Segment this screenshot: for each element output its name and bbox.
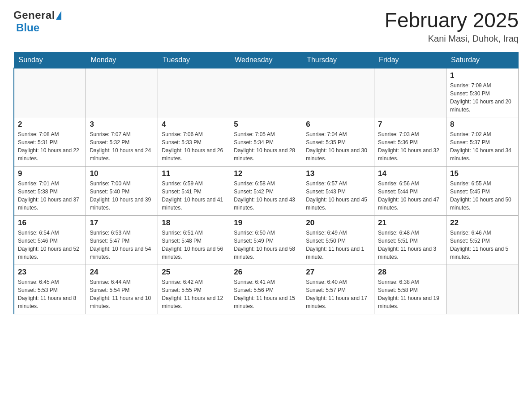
calendar-cell: 27Sunrise: 6:40 AM Sunset: 5:57 PM Dayli… bbox=[302, 265, 374, 314]
day-number: 15 bbox=[450, 169, 515, 178]
calendar-cell: 28Sunrise: 6:38 AM Sunset: 5:58 PM Dayli… bbox=[374, 265, 446, 314]
day-info: Sunrise: 6:50 AM Sunset: 5:49 PM Dayligh… bbox=[234, 229, 298, 261]
calendar-cell: 11Sunrise: 6:59 AM Sunset: 5:41 PM Dayli… bbox=[158, 167, 230, 216]
day-info: Sunrise: 6:40 AM Sunset: 5:57 PM Dayligh… bbox=[306, 278, 370, 310]
day-number: 8 bbox=[450, 120, 515, 129]
calendar-cell: 5Sunrise: 7:05 AM Sunset: 5:34 PM Daylig… bbox=[230, 117, 302, 167]
day-number: 5 bbox=[234, 120, 298, 129]
day-info: Sunrise: 7:05 AM Sunset: 5:34 PM Dayligh… bbox=[234, 130, 298, 163]
day-number: 16 bbox=[18, 218, 82, 227]
day-number: 1 bbox=[450, 71, 515, 80]
calendar-week-1: 1Sunrise: 7:09 AM Sunset: 5:30 PM Daylig… bbox=[14, 68, 519, 117]
day-info: Sunrise: 6:41 AM Sunset: 5:56 PM Dayligh… bbox=[234, 278, 298, 310]
day-number: 7 bbox=[378, 120, 442, 129]
day-number: 28 bbox=[378, 268, 442, 277]
day-info: Sunrise: 6:45 AM Sunset: 5:53 PM Dayligh… bbox=[18, 278, 82, 310]
calendar-cell: 23Sunrise: 6:45 AM Sunset: 5:53 PM Dayli… bbox=[14, 265, 86, 314]
weekday-header-wednesday: Wednesday bbox=[230, 52, 302, 68]
calendar-cell: 4Sunrise: 7:06 AM Sunset: 5:33 PM Daylig… bbox=[158, 117, 230, 167]
calendar-cell: 25Sunrise: 6:42 AM Sunset: 5:55 PM Dayli… bbox=[158, 265, 230, 314]
calendar-cell bbox=[374, 68, 446, 117]
weekday-header-tuesday: Tuesday bbox=[158, 52, 230, 68]
day-info: Sunrise: 6:53 AM Sunset: 5:47 PM Dayligh… bbox=[90, 229, 154, 261]
calendar-week-4: 16Sunrise: 6:54 AM Sunset: 5:46 PM Dayli… bbox=[14, 216, 519, 265]
logo-general-text: General bbox=[13, 9, 55, 21]
day-number: 11 bbox=[162, 169, 226, 178]
day-info: Sunrise: 7:02 AM Sunset: 5:37 PM Dayligh… bbox=[450, 130, 515, 163]
day-info: Sunrise: 7:00 AM Sunset: 5:40 PM Dayligh… bbox=[90, 180, 154, 212]
day-info: Sunrise: 7:01 AM Sunset: 5:38 PM Dayligh… bbox=[18, 180, 82, 212]
day-number: 13 bbox=[306, 169, 370, 178]
day-info: Sunrise: 7:04 AM Sunset: 5:35 PM Dayligh… bbox=[306, 130, 370, 163]
calendar-cell: 1Sunrise: 7:09 AM Sunset: 5:30 PM Daylig… bbox=[446, 68, 519, 117]
calendar-cell: 21Sunrise: 6:48 AM Sunset: 5:51 PM Dayli… bbox=[374, 216, 446, 265]
calendar-cell: 12Sunrise: 6:58 AM Sunset: 5:42 PM Dayli… bbox=[230, 167, 302, 216]
day-number: 9 bbox=[18, 169, 82, 178]
day-info: Sunrise: 6:56 AM Sunset: 5:44 PM Dayligh… bbox=[378, 180, 442, 212]
calendar-cell: 8Sunrise: 7:02 AM Sunset: 5:37 PM Daylig… bbox=[446, 117, 519, 167]
day-number: 17 bbox=[90, 218, 154, 227]
calendar-week-5: 23Sunrise: 6:45 AM Sunset: 5:53 PM Dayli… bbox=[14, 265, 519, 314]
day-number: 27 bbox=[306, 268, 370, 277]
weekday-header-saturday: Saturday bbox=[446, 52, 519, 68]
calendar-cell: 14Sunrise: 6:56 AM Sunset: 5:44 PM Dayli… bbox=[374, 167, 446, 216]
calendar-table: SundayMondayTuesdayWednesdayThursdayFrid… bbox=[13, 52, 519, 315]
title-block: February 2025 Kani Masi, Duhok, Iraq bbox=[385, 9, 519, 44]
day-number: 20 bbox=[306, 218, 370, 227]
weekday-header-monday: Monday bbox=[86, 52, 158, 68]
day-number: 4 bbox=[162, 120, 226, 129]
day-info: Sunrise: 6:44 AM Sunset: 5:54 PM Dayligh… bbox=[90, 278, 154, 310]
day-number: 18 bbox=[162, 218, 226, 227]
page-header: General Blue February 2025 Kani Masi, Du… bbox=[13, 9, 519, 44]
calendar-cell: 24Sunrise: 6:44 AM Sunset: 5:54 PM Dayli… bbox=[86, 265, 158, 314]
calendar-cell: 26Sunrise: 6:41 AM Sunset: 5:56 PM Dayli… bbox=[230, 265, 302, 314]
calendar-week-2: 2Sunrise: 7:08 AM Sunset: 5:31 PM Daylig… bbox=[14, 117, 519, 167]
calendar-week-3: 9Sunrise: 7:01 AM Sunset: 5:38 PM Daylig… bbox=[14, 167, 519, 216]
day-info: Sunrise: 6:54 AM Sunset: 5:46 PM Dayligh… bbox=[18, 229, 82, 261]
day-info: Sunrise: 6:51 AM Sunset: 5:48 PM Dayligh… bbox=[162, 229, 226, 261]
day-number: 24 bbox=[90, 268, 154, 277]
day-info: Sunrise: 6:48 AM Sunset: 5:51 PM Dayligh… bbox=[378, 229, 442, 261]
day-info: Sunrise: 7:06 AM Sunset: 5:33 PM Dayligh… bbox=[162, 130, 226, 163]
calendar-cell: 17Sunrise: 6:53 AM Sunset: 5:47 PM Dayli… bbox=[86, 216, 158, 265]
calendar-header: SundayMondayTuesdayWednesdayThursdayFrid… bbox=[14, 52, 519, 68]
day-info: Sunrise: 7:08 AM Sunset: 5:31 PM Dayligh… bbox=[18, 130, 82, 163]
calendar-cell: 3Sunrise: 7:07 AM Sunset: 5:32 PM Daylig… bbox=[86, 117, 158, 167]
calendar-cell bbox=[446, 265, 519, 314]
day-number: 2 bbox=[18, 120, 82, 129]
day-number: 21 bbox=[378, 218, 442, 227]
weekday-header-sunday: Sunday bbox=[14, 52, 86, 68]
day-info: Sunrise: 7:03 AM Sunset: 5:36 PM Dayligh… bbox=[378, 130, 442, 163]
day-info: Sunrise: 6:38 AM Sunset: 5:58 PM Dayligh… bbox=[378, 278, 442, 310]
logo-blue-text: Blue bbox=[16, 21, 39, 34]
weekday-header-thursday: Thursday bbox=[302, 52, 374, 68]
calendar-cell bbox=[158, 68, 230, 117]
calendar-cell bbox=[302, 68, 374, 117]
calendar-cell: 16Sunrise: 6:54 AM Sunset: 5:46 PM Dayli… bbox=[14, 216, 86, 265]
day-info: Sunrise: 7:09 AM Sunset: 5:30 PM Dayligh… bbox=[450, 81, 515, 114]
day-info: Sunrise: 6:59 AM Sunset: 5:41 PM Dayligh… bbox=[162, 180, 226, 212]
day-info: Sunrise: 7:07 AM Sunset: 5:32 PM Dayligh… bbox=[90, 130, 154, 163]
calendar-cell: 6Sunrise: 7:04 AM Sunset: 5:35 PM Daylig… bbox=[302, 117, 374, 167]
calendar-cell: 9Sunrise: 7:01 AM Sunset: 5:38 PM Daylig… bbox=[14, 167, 86, 216]
calendar-cell: 10Sunrise: 7:00 AM Sunset: 5:40 PM Dayli… bbox=[86, 167, 158, 216]
day-number: 22 bbox=[450, 218, 515, 227]
day-info: Sunrise: 6:58 AM Sunset: 5:42 PM Dayligh… bbox=[234, 180, 298, 212]
calendar-cell: 18Sunrise: 6:51 AM Sunset: 5:48 PM Dayli… bbox=[158, 216, 230, 265]
calendar-cell: 19Sunrise: 6:50 AM Sunset: 5:49 PM Dayli… bbox=[230, 216, 302, 265]
calendar-cell: 13Sunrise: 6:57 AM Sunset: 5:43 PM Dayli… bbox=[302, 167, 374, 216]
calendar-cell: 15Sunrise: 6:55 AM Sunset: 5:45 PM Dayli… bbox=[446, 167, 519, 216]
day-info: Sunrise: 6:42 AM Sunset: 5:55 PM Dayligh… bbox=[162, 278, 226, 310]
location-title: Kani Masi, Duhok, Iraq bbox=[385, 34, 519, 44]
logo-arrow-icon bbox=[56, 11, 61, 20]
day-number: 19 bbox=[234, 218, 298, 227]
day-info: Sunrise: 6:46 AM Sunset: 5:52 PM Dayligh… bbox=[450, 229, 515, 261]
day-number: 12 bbox=[234, 169, 298, 178]
logo: General Blue bbox=[13, 9, 61, 34]
weekday-header-friday: Friday bbox=[374, 52, 446, 68]
day-number: 23 bbox=[18, 268, 82, 277]
calendar-cell: 20Sunrise: 6:49 AM Sunset: 5:50 PM Dayli… bbox=[302, 216, 374, 265]
calendar-cell bbox=[86, 68, 158, 117]
day-info: Sunrise: 6:55 AM Sunset: 5:45 PM Dayligh… bbox=[450, 180, 515, 212]
month-title: February 2025 bbox=[385, 9, 519, 32]
